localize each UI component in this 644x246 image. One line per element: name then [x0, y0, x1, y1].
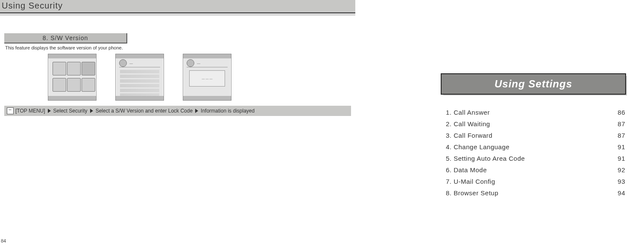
phone-screenshot-menu-grid: [48, 54, 97, 101]
page-number-left: 84: [1, 238, 6, 243]
toc-label: 1. Call Answer: [446, 109, 490, 116]
lock-icon: [187, 59, 194, 67]
toc-row: 1. Call Answer 86: [446, 107, 625, 118]
nav-part-info-displayed: Information is displayed: [201, 108, 255, 114]
chapter-heading-box: Using Settings: [441, 73, 627, 95]
section-description: This feature displays the software versi…: [5, 45, 123, 50]
toc-label: 2. Call Waiting: [446, 120, 490, 127]
toc-label: 5. Setting Auto Area Code: [446, 155, 525, 162]
chevron-right-icon: [90, 109, 93, 113]
page-title: Using Security: [2, 1, 63, 10]
left-page: Using Security 8. S/W Version This featu…: [0, 0, 355, 246]
section-heading-sw-version: 8. S/W Version: [4, 33, 127, 43]
title-divider: [0, 12, 355, 17]
section-heading-label: 8. S/W Version: [43, 35, 88, 41]
toc-row: 5. Setting Auto Area Code 91: [446, 153, 625, 164]
chevron-right-icon: [48, 109, 51, 113]
screenshot-row: ---- ---- — — —: [48, 54, 231, 101]
toc-page: 87: [618, 132, 625, 139]
nav-part-top-menu: [TOP MENU]: [15, 108, 45, 114]
toc-row: 8. Browser Setup 94: [446, 187, 625, 199]
phone-screenshot-info-dialog: ---- — — —: [183, 54, 231, 101]
toc-label: 3. Call Forward: [446, 132, 492, 139]
toc-label: 8. Browser Setup: [446, 189, 498, 197]
toc-page: 91: [618, 155, 625, 162]
menu-icon: [7, 107, 14, 114]
toc-row: 7. U-Mail Config 93: [446, 176, 625, 187]
toc-page: 86: [618, 109, 625, 116]
toc-page: 93: [618, 178, 625, 185]
toc-page: 94: [618, 189, 625, 197]
page-title-bar: Using Security: [0, 0, 355, 12]
chapter-heading-label: Using Settings: [495, 78, 572, 90]
toc-row: 4. Change Language 91: [446, 141, 625, 153]
nav-part-select-sw-version: Select a S/W Version and enter Lock Code: [96, 108, 193, 114]
toc-page: 87: [618, 120, 625, 127]
table-of-contents: 1. Call Answer 86 2. Call Waiting 87 3. …: [446, 107, 625, 199]
toc-row: 2. Call Waiting 87: [446, 118, 625, 130]
toc-label: 7. U-Mail Config: [446, 178, 495, 185]
toc-row: 3. Call Forward 87: [446, 130, 625, 141]
toc-page: 92: [618, 166, 625, 174]
toc-label: 4. Change Language: [446, 143, 509, 150]
toc-label: 6. Data Mode: [446, 166, 487, 174]
toc-row: 6. Data Mode 92: [446, 164, 625, 176]
nav-part-select-security: Select Security: [53, 108, 88, 114]
navigation-path: [TOP MENU] Select Security Select a S/W …: [4, 106, 351, 116]
toc-page: 91: [618, 143, 625, 150]
lock-icon: [119, 59, 127, 67]
phone-screenshot-security-list: ----: [115, 54, 164, 101]
right-page: Using Settings 1. Call Answer 86 2. Call…: [355, 0, 644, 246]
chevron-right-icon: [195, 109, 198, 113]
